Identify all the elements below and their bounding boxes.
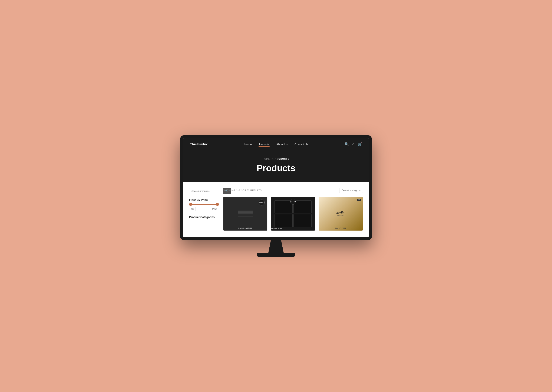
monitor-wrapper: ThruhimInc Home Products About Us Contac… <box>180 135 372 257</box>
nav-link-home[interactable]: Home <box>245 143 252 146</box>
nav-item-products[interactable]: Products <box>259 142 269 146</box>
filter-price-title: Filter By Price <box>189 198 219 201</box>
monitor-base <box>257 253 295 257</box>
bobby-card-3 <box>275 214 293 227</box>
sort-select[interactable]: Default sorting <box>339 188 363 193</box>
count-badge: 18 <box>357 199 361 201</box>
breadcrumb-home[interactable]: HOME <box>262 158 270 160</box>
price-thumb-max[interactable] <box>216 203 219 206</box>
home-icon[interactable]: ⌂ <box>352 142 354 146</box>
price-range-labels: $0 $150 <box>189 207 219 211</box>
product-categories-title: Product Categories <box>189 216 219 219</box>
breadcrumb: HOME / PRODUCTS <box>187 158 365 160</box>
nav-item-contact[interactable]: Contact Us <box>295 142 308 146</box>
product-label-bobby: Bobby Pins <box>271 228 282 229</box>
by-halsa-text: by HALSA <box>337 215 345 217</box>
price-max-label: $150 <box>210 207 219 211</box>
clasp-free-label: CLASP-FREE <box>335 227 347 229</box>
search-icon[interactable]: 🔍 <box>345 142 349 146</box>
monitor-frame: ThruhimInc Home Products About Us Contac… <box>180 135 372 240</box>
nav-item-about[interactable]: About Us <box>276 142 288 146</box>
halsa-badge-2: HALSA <box>290 199 296 205</box>
bobby-card-4 <box>293 214 312 227</box>
content-area: 🔍 Filter By Price $0 $150 Product Catego… <box>183 182 369 237</box>
brand-logo[interactable]: ThruhimInc <box>190 142 208 146</box>
price-slider-fill <box>189 204 219 205</box>
product-image-bobby: HALSA Bobby Pins <box>271 197 315 231</box>
products-toolbar: SHOWING 1–12 OF 32 RESULTS Default sorti… <box>223 188 363 193</box>
bobby-card-2 <box>293 200 312 213</box>
nav-link-about[interactable]: About Us <box>276 143 288 146</box>
breadcrumb-separator: / <box>272 158 273 160</box>
navbar-icons: 🔍 ⌂ 🛒 <box>345 142 362 146</box>
sidebar: 🔍 Filter By Price $0 $150 Product Catego… <box>189 188 223 233</box>
product-card-2[interactable]: HALSA Bobby Pins <box>271 197 315 231</box>
elastic-stack <box>238 210 253 217</box>
product-image-elastics: HALSA <box>223 197 267 231</box>
product-card-1[interactable]: HALSA <box>223 197 268 231</box>
page-title: Products <box>187 163 365 173</box>
hero-section: HOME / PRODUCTS Products <box>183 150 369 182</box>
cart-icon[interactable]: 🛒 <box>358 142 362 146</box>
search-box: 🔍 <box>189 188 219 194</box>
monitor-neck <box>268 240 284 253</box>
results-count: SHOWING 1–12 OF 32 RESULTS <box>223 189 262 192</box>
price-min-label: $0 <box>189 207 196 211</box>
products-main: SHOWING 1–12 OF 32 RESULTS Default sorti… <box>223 188 363 233</box>
nav-links: Home Products About Us Contact Us <box>245 142 308 146</box>
search-input[interactable] <box>189 188 223 194</box>
price-slider-track[interactable] <box>189 204 219 205</box>
price-thumb-min[interactable] <box>189 203 192 206</box>
product-image-stylin: 18 Stylin' by HALSA CLASP-FREE <box>319 197 363 231</box>
products-grid: HALSA <box>223 197 363 231</box>
monitor-screen: ThruhimInc Home Products About Us Contac… <box>183 138 369 237</box>
breadcrumb-current: PRODUCTS <box>275 158 290 160</box>
product-card-3[interactable]: 18 Stylin' by HALSA CLASP-FREE <box>319 197 363 231</box>
nav-link-contact[interactable]: Contact Us <box>295 143 308 146</box>
navbar: ThruhimInc Home Products About Us Contac… <box>183 138 369 150</box>
stylin-text: Stylin' <box>336 211 345 214</box>
nav-link-products[interactable]: Products <box>259 143 269 146</box>
halsa-badge-1: HALSA <box>259 200 265 205</box>
product-label-elastics: Hair Elastics <box>238 227 252 229</box>
nav-item-home[interactable]: Home <box>245 142 252 146</box>
